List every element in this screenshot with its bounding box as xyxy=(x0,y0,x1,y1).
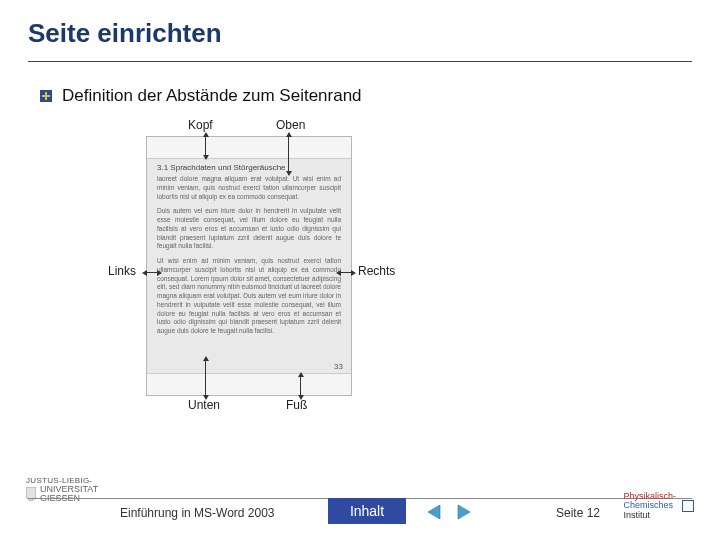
svg-rect-2 xyxy=(42,95,50,97)
sample-footer xyxy=(147,373,351,395)
triangle-right-icon xyxy=(454,503,472,521)
label-rechts: Rechts xyxy=(358,264,395,278)
sample-para: Ut wisi enim ad minim veniam, quis nostr… xyxy=(157,257,341,336)
course-title: Einführung in MS-Word 2003 xyxy=(120,506,275,520)
sample-page: 3.1 Sprachdaten und Störgeräusche laoree… xyxy=(146,136,352,396)
arrow-links xyxy=(146,272,158,273)
label-links: Links xyxy=(108,264,136,278)
bullet-text: Definition der Abstände zum Seitenrand xyxy=(62,86,362,106)
sample-body: laoreet dolore magna aliquam erat volutp… xyxy=(157,175,341,369)
arrow-fuss xyxy=(300,376,301,396)
university-name-main: UNIVERSITAT GIESSEN xyxy=(40,485,98,503)
label-oben: Oben xyxy=(276,118,305,132)
sample-heading: 3.1 Sprachdaten und Störgeräusche xyxy=(157,163,286,172)
page-number: Seite 12 xyxy=(556,506,600,520)
label-fuss: Fuß xyxy=(286,398,307,412)
arrow-oben xyxy=(288,136,289,172)
margins-figure: 3.1 Sprachdaten und Störgeräusche laoree… xyxy=(108,116,402,412)
bullet-icon xyxy=(40,90,52,102)
institute-name: Physikalisch- Chemisches Institut xyxy=(623,492,676,520)
sample-para: Duis autem vel eum iriure dolor in hendr… xyxy=(157,207,341,251)
triangle-left-icon xyxy=(426,503,444,521)
next-slide-button[interactable] xyxy=(452,501,474,523)
institute-logo: Physikalisch- Chemisches Institut xyxy=(623,492,694,520)
bullet-item: Definition der Abstände zum Seitenrand xyxy=(40,86,720,106)
prev-slide-button[interactable] xyxy=(424,501,446,523)
sample-para: laoreet dolore magna aliquam erat volutp… xyxy=(157,175,341,201)
institute-mark-icon xyxy=(682,500,694,512)
title-divider xyxy=(28,61,692,62)
slide-title: Seite einrichten xyxy=(0,0,720,55)
label-kopf: Kopf xyxy=(188,118,213,132)
arrow-rechts xyxy=(340,272,352,273)
footer: JUSTUS-LIEBIG- UNIVERSITAT GIESSEN Einfü… xyxy=(0,486,720,528)
arrow-unten xyxy=(205,360,206,396)
sample-page-number: 33 xyxy=(334,362,343,371)
contents-button[interactable]: Inhalt xyxy=(328,498,406,524)
arrow-kopf xyxy=(205,136,206,156)
svg-marker-4 xyxy=(458,505,470,519)
label-unten: Unten xyxy=(188,398,220,412)
svg-marker-3 xyxy=(428,505,440,519)
sample-header xyxy=(147,137,351,159)
